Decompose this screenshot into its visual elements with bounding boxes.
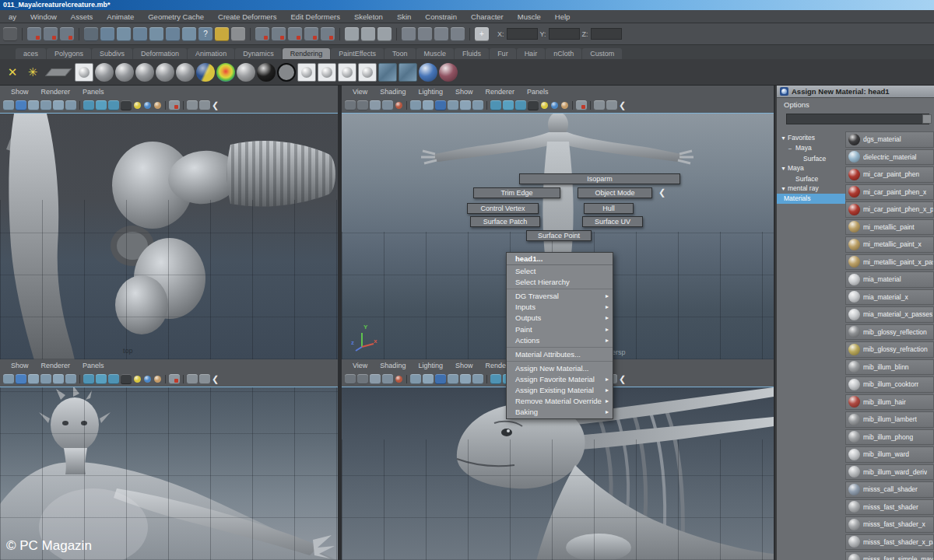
viewport-toolbar-icon[interactable] [16, 374, 26, 384]
viewport-menu-item[interactable]: Lighting [412, 88, 449, 96]
viewport-bl-canvas[interactable] [0, 387, 338, 560]
material-tree-item[interactable]: ▼Favorites [777, 133, 845, 143]
viewport-toolbar-icon[interactable] [410, 100, 421, 110]
viewport-toolbar-icon[interactable] [3, 374, 14, 384]
context-menu-item[interactable]: DG Traversal ▸ [507, 291, 613, 302]
viewport-toolbar-icon[interactable] [395, 102, 402, 109]
viewport-toolbar-icon[interactable] [528, 100, 539, 110]
viewport-toolbar-icon[interactable] [486, 101, 487, 110]
shelf-icon[interactable] [75, 63, 93, 82]
viewport-toolbar-icon[interactable] [144, 376, 151, 383]
viewport-toolbar-icon[interactable] [40, 374, 51, 384]
viewport-toolbar-icon[interactable] [144, 102, 151, 109]
viewport-toolbar-icon[interactable] [345, 374, 356, 384]
y-input[interactable] [549, 28, 580, 40]
viewport-toolbar-icon[interactable] [53, 374, 64, 384]
shelf-icon[interactable] [439, 63, 458, 82]
viewport-toolbar-icon[interactable] [28, 100, 39, 110]
viewport-toolbar-icon[interactable] [619, 373, 626, 384]
shelf-icon[interactable]: ✕ [3, 62, 22, 82]
viewport-toolbar-icon[interactable] [357, 100, 368, 110]
viewport-toolbar-icon[interactable] [165, 375, 166, 383]
viewport-toolbar-icon[interactable] [490, 100, 501, 110]
viewport-toolbar-icon[interactable] [183, 375, 184, 383]
toolbar-icon[interactable] [182, 27, 196, 41]
viewport-toolbar-icon[interactable] [590, 101, 591, 110]
viewport-toolbar-icon[interactable] [619, 100, 626, 110]
x-input[interactable] [507, 28, 538, 40]
marking-menu-item[interactable]: Control Vertex [467, 203, 539, 214]
viewport-toolbar-icon[interactable] [561, 102, 568, 109]
toolbar-icon[interactable] [79, 28, 79, 40]
context-menu-item[interactable]: Assign New Material... [507, 363, 613, 374]
toolbar-icon[interactable] [304, 27, 318, 41]
menu-item[interactable]: Muscle [511, 12, 548, 21]
viewport-menu-item[interactable]: Renderer [35, 362, 77, 369]
viewport-menu-item[interactable]: Show [449, 88, 479, 96]
shelf-tab[interactable]: PaintEffects [331, 48, 384, 59]
toolbar-icon[interactable] [434, 27, 448, 41]
viewport-toolbar-icon[interactable] [165, 101, 166, 110]
menu-item[interactable]: Assets [64, 12, 100, 21]
shelf-tab[interactable]: Polygons [47, 48, 91, 59]
viewport-menu-item[interactable]: Panels [521, 88, 555, 96]
material-item[interactable]: mib_illum_lambert [845, 411, 934, 428]
tree-expand-icon[interactable]: ▼ [781, 164, 788, 173]
marking-menu-item[interactable]: Surface Patch [470, 216, 540, 227]
tree-expand-icon[interactable]: ▼ [781, 184, 788, 194]
viewport-toolbar-icon[interactable] [594, 100, 605, 110]
material-item[interactable]: mi_metallic_paint_x_passes [845, 254, 934, 271]
menu-item[interactable]: Geometry Cache [141, 12, 211, 21]
viewport-toolbar-icon[interactable] [576, 100, 587, 110]
viewport-toolbar-icon[interactable] [83, 100, 94, 110]
menu-item[interactable]: Constrain [418, 12, 464, 21]
toolbar-icon[interactable] [166, 27, 180, 41]
toolbar-icon[interactable] [84, 27, 98, 41]
toolbar-icon[interactable] [3, 27, 17, 41]
viewport-toolbar-icon[interactable] [3, 100, 14, 110]
viewport-toolbar-icon[interactable] [382, 374, 393, 384]
material-item[interactable]: misss_fast_shader [845, 499, 934, 516]
menu-item[interactable]: Window [23, 12, 64, 21]
viewport-toolbar-icon[interactable] [551, 102, 558, 109]
viewport-toolbar-icon[interactable] [572, 101, 573, 110]
material-item[interactable]: mib_illum_phong [845, 429, 934, 446]
shelf-icon[interactable] [257, 63, 276, 82]
marking-menu-item[interactable]: Trim Edge [473, 187, 560, 198]
viewport-toolbar-icon[interactable] [79, 375, 80, 383]
viewport-toolbar-icon[interactable] [410, 374, 421, 384]
viewport-toolbar-icon[interactable] [460, 374, 471, 384]
options-menu[interactable]: Options [777, 100, 809, 109]
context-menu-item[interactable]: Material Attributes... [507, 349, 613, 362]
toolbar-icon[interactable] [133, 27, 147, 41]
marking-menu-item[interactable]: Surface Point [526, 230, 592, 241]
viewport-toolbar-icon[interactable] [108, 374, 119, 384]
viewport-toolbar-icon[interactable] [154, 102, 161, 109]
context-menu-item[interactable]: Inputs ▸ [507, 302, 613, 313]
viewport-toolbar-icon[interactable] [406, 101, 407, 110]
context-menu-item[interactable]: Assign Favorite Material ▸ [507, 374, 613, 385]
material-tree-item[interactable]: Surface [777, 174, 845, 184]
menu-item[interactable]: Edit Deformers [284, 12, 347, 21]
viewport-toolbar-icon[interactable] [199, 100, 210, 110]
material-item[interactable]: misss_call_shader [845, 481, 934, 498]
material-tree-item[interactable]: ‒Maya [777, 143, 845, 153]
shelf-icon[interactable] [156, 63, 174, 82]
marking-menu-item[interactable]: Object Mode [578, 187, 652, 198]
shelf-icon[interactable] [318, 63, 336, 82]
toolbar-icon[interactable] [321, 27, 335, 41]
shelf-icon[interactable] [237, 63, 255, 82]
viewport-toolbar-icon[interactable] [134, 376, 141, 383]
marking-menu-item[interactable]: Hull [584, 203, 634, 214]
menu-item[interactable]: Skeleton [347, 12, 390, 21]
window-titlebar[interactable]: 011_Maya\creature\creature.mb* [0, 0, 934, 10]
material-item[interactable]: mib_glossy_refraction [845, 341, 934, 358]
material-item[interactable]: mi_metallic_paint_x [845, 236, 934, 253]
context-menu-item[interactable]: Baking ▸ [507, 407, 613, 418]
material-item[interactable]: mia_material_x_passes [845, 306, 934, 323]
material-item[interactable]: dielectric_material [845, 149, 934, 166]
shelf-icon[interactable]: ✳ [23, 62, 42, 82]
viewport-toolbar-icon[interactable] [108, 100, 119, 110]
viewport-toolbar-icon[interactable] [503, 100, 514, 110]
shelf-icon[interactable] [135, 63, 154, 82]
